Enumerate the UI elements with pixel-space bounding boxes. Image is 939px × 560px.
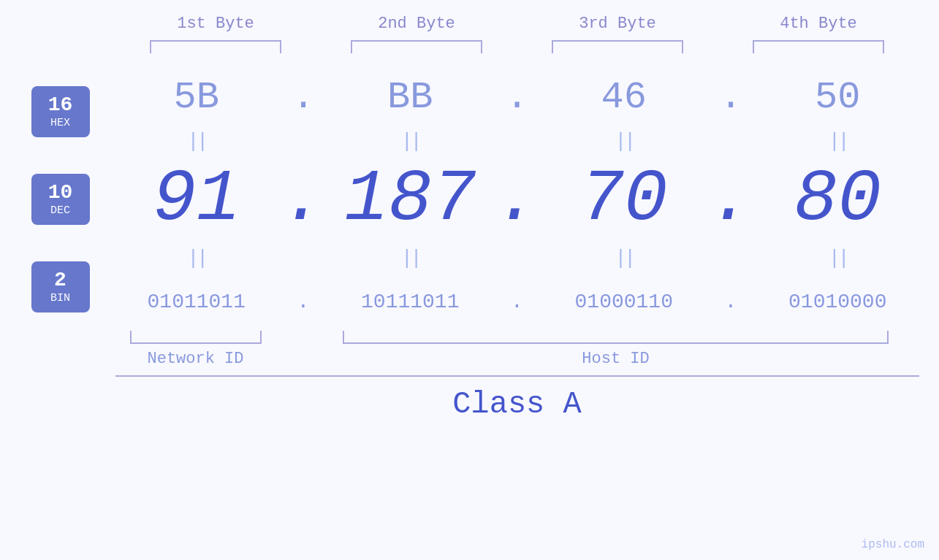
dec-dot-3: . xyxy=(709,158,753,241)
label-col: 16 HEX 10 DEC 2 BIN xyxy=(13,68,108,331)
hex-val-4: 50 xyxy=(815,76,860,119)
eq-sign-2-3: || xyxy=(615,247,634,269)
byte1-header: 1st Byte xyxy=(115,15,316,33)
network-id-bracket xyxy=(130,331,262,344)
class-section: Class A xyxy=(115,375,919,422)
bin-dot-2: . xyxy=(511,291,523,313)
host-id-wrap: Host ID xyxy=(313,331,919,368)
bin-dot-3: . xyxy=(725,291,737,313)
hex-dot-2: . xyxy=(506,76,528,119)
hex-num: 16 xyxy=(48,94,73,117)
data-area: 5B . BB . 46 . 50 xyxy=(108,68,927,331)
bin-byte4: 01010000 xyxy=(749,291,927,313)
dec-label: DEC xyxy=(50,204,70,217)
top-bracket-2 xyxy=(351,40,482,53)
hex-dot-1: . xyxy=(292,76,314,119)
eq1-3: || xyxy=(536,130,713,153)
dec-row: 91 . 187 . 70 . 80 xyxy=(108,156,927,243)
network-id-label: Network ID xyxy=(147,350,243,368)
bin-val-3: 01000110 xyxy=(575,291,673,313)
bracket-cell-4 xyxy=(718,40,919,53)
hex-byte3: 46 xyxy=(536,76,713,119)
rows-area: 16 HEX 10 DEC 2 BIN 5B . xyxy=(13,68,927,331)
network-id-wrap: Network ID xyxy=(115,331,276,368)
dec-byte3: 70 xyxy=(536,158,713,241)
hex-dot3: . xyxy=(712,76,749,119)
eq-sign-1-2: || xyxy=(400,130,419,153)
hex-byte1: 5B xyxy=(108,76,286,119)
hex-val-2: BB xyxy=(387,76,433,119)
top-bracket-4 xyxy=(753,40,884,53)
eq2-4: || xyxy=(749,247,927,269)
dec-dot3: . xyxy=(712,158,749,241)
hex-val-1: 5B xyxy=(174,76,219,119)
hex-dot2: . xyxy=(499,76,536,119)
bin-byte2: 10111011 xyxy=(322,291,499,313)
bin-val-2: 10111011 xyxy=(361,291,459,313)
bin-dot3: . xyxy=(712,291,749,313)
bin-byte1: 01011011 xyxy=(108,291,286,313)
eq1-4: || xyxy=(749,130,927,153)
hex-byte2: BB xyxy=(322,76,499,119)
bin-val-4: 01010000 xyxy=(788,291,886,313)
hex-dot-3: . xyxy=(719,76,742,119)
eq-sign-2-4: || xyxy=(828,247,847,269)
eq2-2: || xyxy=(322,247,499,269)
dec-val-4: 80 xyxy=(794,158,881,241)
byte4-header: 4th Byte xyxy=(718,15,919,33)
equals-row-2: || || || || xyxy=(108,243,927,272)
bin-dot2: . xyxy=(499,291,536,313)
eq1-2: || xyxy=(322,130,499,153)
top-brackets xyxy=(115,40,919,53)
bracket-cell-1 xyxy=(115,40,316,53)
bottom-section: Network ID Host ID xyxy=(115,331,919,368)
byte-headers: 1st Byte 2nd Byte 3rd Byte 4th Byte xyxy=(115,15,919,33)
eq1-1: || xyxy=(108,130,286,153)
eq-sign-1-3: || xyxy=(615,130,634,153)
eq-sign-1-1: || xyxy=(187,130,206,153)
dec-byte4: 80 xyxy=(749,158,927,241)
hex-byte4: 50 xyxy=(749,76,927,119)
main-container: 1st Byte 2nd Byte 3rd Byte 4th Byte 16 H… xyxy=(0,0,939,560)
hex-val-3: 46 xyxy=(601,76,647,119)
dec-dot1: . xyxy=(285,158,322,241)
bracket-cell-2 xyxy=(316,40,517,53)
bin-row: 01011011 . 10111011 . 01000110 . xyxy=(108,272,927,331)
dec-byte1: 91 xyxy=(108,158,286,241)
top-bracket-1 xyxy=(150,40,281,53)
dec-byte2: 187 xyxy=(322,158,499,241)
dec-badge: 10 DEC xyxy=(31,174,90,225)
bin-dot1: . xyxy=(285,291,322,313)
watermark: ipshu.com xyxy=(862,538,924,551)
byte2-header: 2nd Byte xyxy=(316,15,517,33)
equals-row-1: || || || || xyxy=(108,126,927,156)
host-id-label: Host ID xyxy=(582,350,649,368)
dec-val-3: 70 xyxy=(580,158,668,241)
hex-label: HEX xyxy=(50,117,70,129)
class-label: Class A xyxy=(452,387,581,422)
dec-val-1: 91 xyxy=(153,158,240,241)
eq-sign-2-1: || xyxy=(187,247,206,269)
dec-dot-2: . xyxy=(495,158,539,241)
dec-dot-1: . xyxy=(281,158,325,241)
hex-row: 5B . BB . 46 . 50 xyxy=(108,68,927,126)
eq2-1: || xyxy=(108,247,286,269)
eq2-3: || xyxy=(536,247,713,269)
dec-num: 10 xyxy=(48,182,73,204)
eq-sign-2-2: || xyxy=(400,247,419,269)
bin-badge: 2 BIN xyxy=(31,261,90,312)
bin-label: BIN xyxy=(50,292,70,304)
dec-val-2: 187 xyxy=(344,158,476,241)
bin-byte3: 01000110 xyxy=(536,291,713,313)
bin-num: 2 xyxy=(54,269,66,292)
bracket-cell-3 xyxy=(517,40,718,53)
hex-dot1: . xyxy=(285,76,322,119)
byte3-header: 3rd Byte xyxy=(517,15,718,33)
hex-badge: 16 HEX xyxy=(31,86,90,137)
bin-val-1: 01011011 xyxy=(148,291,246,313)
dec-dot2: . xyxy=(499,158,536,241)
bin-dot-1: . xyxy=(297,291,310,313)
top-bracket-3 xyxy=(552,40,683,53)
eq-sign-1-4: || xyxy=(828,130,847,153)
host-id-bracket xyxy=(343,331,889,344)
